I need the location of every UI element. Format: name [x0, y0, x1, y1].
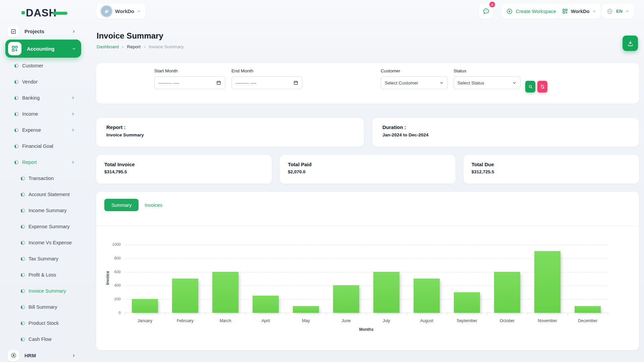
- chevron-right-icon: [71, 112, 75, 116]
- y-axis-tick-label: 1000: [104, 242, 121, 246]
- sidebar-item-bill-summary[interactable]: Bill Summary: [0, 299, 86, 315]
- tabs-divider: [96, 226, 639, 226]
- grid-plus-icon: [8, 42, 21, 55]
- status-select[interactable]: Select Status: [453, 76, 521, 89]
- bar-november[interactable]: [534, 251, 560, 313]
- x-axis-tick: [608, 313, 608, 315]
- sidebar-item-customer[interactable]: Customer: [0, 58, 86, 74]
- bullet-icon: [21, 208, 25, 213]
- create-workspace-button[interactable]: Create Workspace: [501, 4, 561, 19]
- tab-invoices[interactable]: Invoices: [145, 202, 162, 208]
- sidebar-item-label: Profit & Loss: [29, 272, 75, 278]
- sidebar-item-invoice-summary[interactable]: Invoice Summary: [0, 283, 86, 299]
- x-axis-label-november: November: [527, 318, 568, 323]
- sidebar-item-banking[interactable]: Banking: [0, 90, 86, 106]
- workspace-avatar: [101, 6, 112, 17]
- messages-button[interactable]: 0: [479, 4, 493, 19]
- start-month-input[interactable]: --------- ----: [154, 76, 225, 89]
- sidebar-item-projects[interactable]: Projects: [0, 23, 86, 40]
- logo-text: DASH: [26, 8, 57, 18]
- sidebar-item-vendor[interactable]: Vendor: [0, 74, 86, 90]
- sidebar-item-income[interactable]: Income: [0, 106, 86, 122]
- end-month-input[interactable]: --------- ----: [231, 76, 303, 89]
- x-axis-label-august: August: [407, 318, 447, 323]
- chart-x-axis-title: Months: [125, 327, 608, 332]
- sidebar-item-label: Customer: [22, 63, 75, 68]
- bar-may[interactable]: [293, 306, 319, 313]
- bar-september[interactable]: [454, 292, 480, 313]
- sidebar-item-expense-summary[interactable]: Expense Summary: [0, 219, 86, 235]
- sidebar-item-transaction[interactable]: Transaction: [0, 170, 86, 186]
- sidebar-item-label: HRM: [24, 353, 66, 358]
- download-report-button[interactable]: [623, 36, 638, 51]
- stat-cards-row: Total Invoice$314,795.5Total Paid$2,070.…: [96, 155, 639, 184]
- status-filter: StatusSelect Status: [453, 68, 521, 89]
- sidebar-item-label: Accounting: [27, 46, 66, 52]
- bar-june[interactable]: [333, 285, 359, 313]
- chevron-down-icon: [592, 9, 596, 13]
- workspace-menu-button[interactable]: WorkDo: [557, 4, 601, 19]
- workspace-switcher[interactable]: WorkDo: [96, 4, 146, 19]
- app-logo[interactable]: DASH: [21, 7, 67, 19]
- workspace-menu-label: WorkDo: [571, 9, 589, 14]
- filter-label: Customer: [381, 68, 448, 73]
- bullet-icon: [21, 289, 25, 293]
- y-axis-tick-label: 200: [104, 297, 121, 301]
- bar-july[interactable]: [373, 272, 399, 313]
- x-axis-label-september: September: [447, 318, 487, 323]
- bar-february[interactable]: [172, 279, 198, 313]
- sidebar-item-income-vs-expense[interactable]: Income Vs Expense: [0, 235, 86, 251]
- y-axis-tick-label: 800: [104, 256, 121, 260]
- bar-january[interactable]: [132, 299, 158, 313]
- sidebar-item-product-stock[interactable]: Product Stock: [0, 315, 86, 331]
- end-month-filter: End Month--------- ----: [231, 68, 303, 89]
- sidebar-item-hrm[interactable]: HRM: [0, 347, 86, 362]
- sidebar-item-label: Income: [22, 111, 68, 117]
- download-icon: [627, 40, 634, 47]
- reset-filter-button[interactable]: [537, 81, 547, 93]
- tab-summary[interactable]: Summary: [104, 199, 139, 211]
- hrm-icon: [8, 350, 19, 361]
- sidebar-item-label: Product Stock: [29, 320, 75, 326]
- page-title: Invoice Summary: [97, 31, 163, 41]
- stat-label: Total Due: [464, 155, 639, 167]
- workspace-name: WorkDo: [115, 8, 134, 14]
- x-axis-label-march: March: [205, 318, 246, 323]
- sidebar-item-label: Transaction: [29, 176, 75, 181]
- chevron-right-icon: [71, 128, 75, 132]
- sidebar-item-expense[interactable]: Expense: [0, 122, 86, 138]
- bar-december[interactable]: [575, 306, 601, 313]
- breadcrumb-dashboard[interactable]: Dashboard: [97, 44, 119, 49]
- breadcrumb-invoice-summary: Invoice Summary: [149, 44, 183, 49]
- sidebar-item-label: Banking: [22, 95, 68, 101]
- bar-april[interactable]: [253, 296, 279, 313]
- duration-info-title: Duration :: [372, 118, 639, 130]
- customer-select[interactable]: Select Customer: [381, 76, 448, 89]
- filter-label: End Month: [231, 68, 303, 73]
- bullet-icon: [14, 64, 19, 68]
- bar-march[interactable]: [212, 272, 238, 313]
- sidebar-item-profit-loss[interactable]: Profit & Loss: [0, 267, 86, 283]
- logo-accent-dash: [53, 12, 67, 15]
- apply-filter-button[interactable]: [525, 81, 535, 93]
- sidebar-item-financial-goal[interactable]: Financial Goal: [0, 138, 86, 154]
- sidebar-item-accounting[interactable]: Accounting: [5, 40, 81, 58]
- bar-august[interactable]: [414, 279, 440, 313]
- grid-plus-icon: [562, 8, 568, 14]
- sidebar-item-report[interactable]: Report: [0, 154, 86, 170]
- sidebar-item-tax-summary[interactable]: Tax Summary: [0, 251, 86, 267]
- sidebar-item-cash-flow[interactable]: Cash Flow: [0, 331, 86, 347]
- calendar-icon: [293, 80, 299, 85]
- stat-value: $314,795.5: [96, 167, 272, 174]
- breadcrumb-separator-icon: ›: [122, 44, 123, 49]
- bullet-icon: [21, 241, 25, 245]
- bar-october[interactable]: [494, 272, 520, 313]
- gridline: [125, 245, 608, 245]
- sidebar-item-account-statement[interactable]: Account Statement: [0, 186, 86, 202]
- sidebar-item-income-summary[interactable]: Income Summary: [0, 202, 86, 219]
- stat-card-total-due: Total Due$312,725.5: [464, 155, 639, 184]
- filter-value: Select Customer: [385, 80, 418, 85]
- bullet-icon: [21, 337, 25, 342]
- language-selector[interactable]: EN: [602, 4, 634, 19]
- breadcrumb-report[interactable]: Report: [127, 44, 141, 49]
